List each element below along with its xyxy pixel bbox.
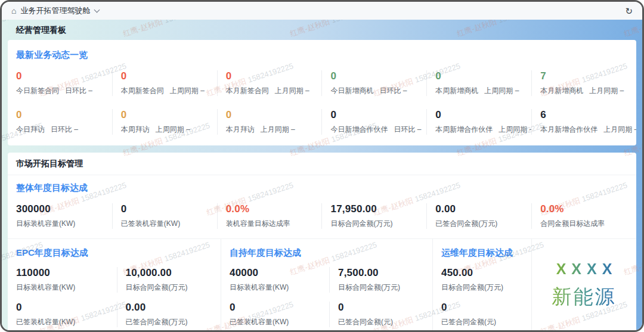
stat-value: 0 (338, 302, 429, 314)
company-logo: XXXX 新能源 (531, 239, 636, 332)
stat-compare: 日环比 – (51, 125, 78, 134)
stat-cell: 0.0%合同金额目标达成率 (531, 203, 636, 229)
stat-label-text: 今日新增合作伙伴 (330, 125, 388, 134)
stat-label-text: 本月新增合作伙伴 (540, 125, 597, 134)
target-card: 自持年度目标达成40000目标装机容量(KW)7,500.00目标合同金额(万元… (221, 239, 432, 332)
market-target-panel: 市场开拓目标管理 整体年度目标达成 300000目标装机容量(KW)0已签装机容… (8, 153, 636, 332)
stat-label-text: 本月新签合同 (226, 86, 269, 95)
stat-label: 目标合同金额(万元) (126, 283, 218, 293)
stat-cell: 0已签装机容量(KW) (16, 302, 117, 327)
stat-cell: 0.0%装机容量目标达成率 (217, 203, 322, 229)
stat-cell: 0.00已签合同金额(万元) (426, 203, 531, 229)
stat-label: 本周新签合同上周同期 – (121, 86, 217, 96)
stat-label-text: 装机容量目标达成率 (226, 219, 290, 228)
stat-label-text: 已签合同金额(元) (338, 318, 393, 326)
stat-label: 本月新增商机上月同期 – (540, 86, 636, 96)
stat-value: 0 (435, 109, 531, 121)
stat-compare: 上月同期 – (275, 86, 309, 95)
dashboard-content: 经营管理看板 最新业务动态一览 0今日新签合同日环比 –0本周新签合同上周同期 … (2, 20, 642, 330)
activity-stats-row-2: 0今日拜访日环比 –0本周拜访上周同期 –0本月拜访上月同期 –0今日新增合作伙… (8, 109, 636, 135)
stat-cell: 10,000.00目标合同金额(万元) (117, 267, 218, 293)
stat-compare: 日环比 – (65, 86, 92, 95)
logo-text-line2: 新能源 (552, 284, 617, 311)
section-heading-operations: 经营管理看板 (2, 20, 642, 40)
stat-cell: 0本月新签合同上月同期 – (217, 70, 322, 96)
stat-label-text: 合同金额目标达成率 (540, 219, 605, 228)
stat-label-text: 今日新签合同 (16, 86, 59, 95)
stat-label: 已签合同金额(万元) (126, 317, 218, 327)
stat-compare: 上周同期 – (499, 125, 531, 134)
stat-compare: 日环比 – (379, 86, 407, 95)
stat-value: 0.0% (226, 203, 322, 215)
stat-cell: 0本周新签合同上周同期 – (112, 70, 217, 96)
stat-cell: 7,500.00目标合同金额(万元) (329, 267, 429, 293)
stat-value: 7 (540, 70, 636, 82)
stat-label-text: 今日拜访 (16, 125, 45, 134)
stat-cell: 0.00已签合同金额(万元) (117, 302, 218, 327)
home-icon[interactable]: ⌂ (11, 7, 16, 15)
stat-label: 今日拜访日环比 – (16, 125, 112, 135)
stat-label: 目标装机容量(KW) (16, 283, 117, 293)
card-title-latest-activity: 最新业务动态一览 (16, 49, 636, 61)
stat-value: 0 (121, 203, 217, 215)
stat-cell: 0今日新增合作伙伴日环比 – (321, 109, 426, 135)
stat-cell: 0已签装机容量(KW) (230, 302, 329, 327)
stat-value: 0 (121, 70, 217, 82)
stat-value: 0 (230, 302, 329, 314)
stat-label-text: 目标合同金额(万元) (441, 283, 503, 291)
stat-compare: 上周同期 – (484, 86, 519, 95)
stat-value: 0 (226, 109, 322, 121)
target-cards-row: EPC年度目标达成110000目标装机容量(KW)10,000.00目标合同金额… (8, 239, 636, 332)
stat-cell: 0本周新增商机上周同期 – (426, 70, 531, 96)
activity-stats-row-1: 0今日新签合同日环比 –0本周新签合同上周同期 –0本月新签合同上月同期 –0今… (8, 70, 636, 96)
stat-value: 10,000.00 (126, 267, 218, 279)
card-stats: 110000目标装机容量(KW)10,000.00目标合同金额(万元)0已签装机… (16, 267, 217, 332)
stat-label-text: 已签合同金额(万元) (126, 318, 188, 326)
stat-value: 0 (330, 109, 426, 121)
stat-cell: 0已签合同金额(元) (329, 302, 429, 327)
stat-cell: 0今日新增商机日环比 – (321, 70, 426, 96)
stat-cell: 0本月拜访上月同期 – (217, 109, 322, 135)
stat-label: 目标合同金额(万元) (338, 283, 429, 293)
refresh-icon[interactable]: ↻ (625, 7, 633, 15)
card-title-overall-target: 整体年度目标达成 (16, 182, 636, 194)
chevron-down-icon[interactable] (94, 7, 100, 13)
stat-compare: 上月同期 – (261, 125, 295, 134)
stat-cell: 0本周拜访上周同期 – (112, 109, 217, 135)
page-title[interactable]: 业务开拓管理驾驶舱 (20, 5, 90, 16)
stat-label: 装机容量目标达成率 (226, 219, 322, 229)
stat-value: 6 (540, 109, 636, 121)
stat-label: 本月新签合同上月同期 – (226, 86, 322, 96)
stat-label: 已签装机容量(KW) (230, 317, 329, 327)
stat-label: 本周拜访上周同期 – (121, 125, 217, 135)
stat-label-text: 本周拜访 (121, 125, 150, 134)
stat-label: 已签装机容量(KW) (16, 317, 117, 327)
stat-label-text: 目标合同金额(万元) (330, 219, 392, 228)
card-stats: 450.00目标合同金额(万元)0已签合同金额(元)0.0%合同金额目标达成率 (441, 267, 528, 332)
stat-label: 目标合同金额(万元) (330, 219, 426, 229)
stat-value: 450.00 (441, 267, 528, 279)
stat-label: 已签合同金额(元) (338, 317, 429, 327)
stat-value: 0 (330, 70, 426, 82)
stat-compare: 上周同期 – (170, 86, 205, 95)
stat-label: 今日新签合同日环比 – (16, 86, 112, 96)
stat-cell: 0已签合同金额(元) (441, 302, 528, 327)
stat-label-text: 本月拜访 (226, 125, 255, 134)
stat-label: 本周新增合作伙伴上周同期 – (435, 125, 531, 135)
stat-value: 0.00 (126, 302, 218, 314)
stat-cell: 7本月新增商机上月同期 – (531, 70, 636, 96)
stat-compare: 上月同期 – (589, 86, 624, 95)
stat-label: 本周新增商机上周同期 – (435, 86, 531, 96)
stat-value: 0.00 (435, 203, 531, 215)
top-bar: ⌂ 业务开拓管理驾驶舱 ↻ (2, 2, 642, 20)
stat-label: 今日新增合作伙伴日环比 – (330, 125, 426, 135)
stat-label: 今日新增商机日环比 – (330, 86, 426, 96)
stat-value: 0 (121, 109, 217, 121)
card-title: 自持年度目标达成 (230, 247, 429, 259)
stat-label-text: 已签合同金额(元) (441, 318, 496, 326)
stat-cell: 17,950.00目标合同金额(万元) (321, 203, 426, 229)
stat-label: 目标装机容量(KW) (16, 219, 112, 229)
stat-value: 7,500.00 (338, 267, 429, 279)
stat-label-text: 目标合同金额(万元) (126, 283, 188, 291)
stat-cell: 0今日新签合同日环比 – (8, 70, 112, 96)
